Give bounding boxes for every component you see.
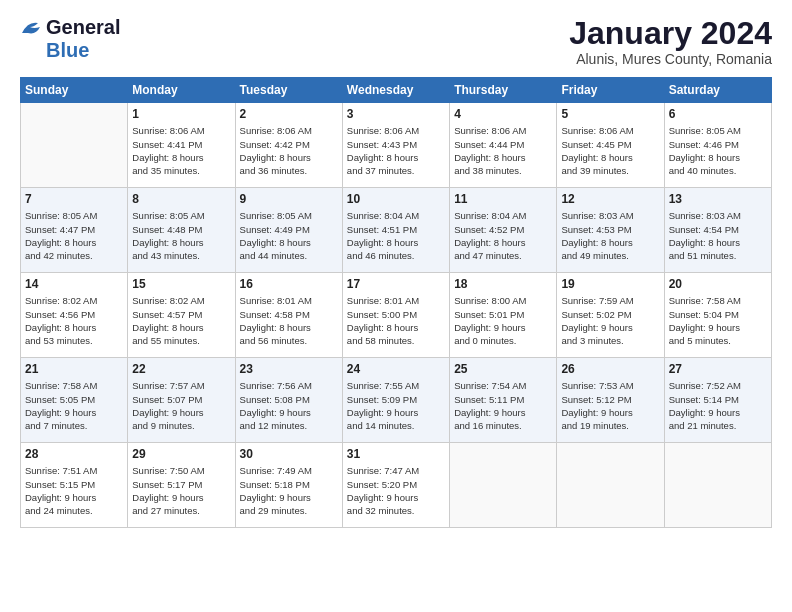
day-info: Sunrise: 8:05 AM Sunset: 4:46 PM Dayligh… [669,124,767,177]
page: General Blue January 2024 Alunis, Mures … [0,0,792,612]
day-info: Sunrise: 8:05 AM Sunset: 4:49 PM Dayligh… [240,209,338,262]
header: General Blue January 2024 Alunis, Mures … [20,16,772,67]
day-info: Sunrise: 8:03 AM Sunset: 4:53 PM Dayligh… [561,209,659,262]
col-tuesday: Tuesday [235,78,342,103]
day-info: Sunrise: 7:58 AM Sunset: 5:05 PM Dayligh… [25,379,123,432]
calendar-week-row: 1Sunrise: 8:06 AM Sunset: 4:41 PM Daylig… [21,103,772,188]
day-number: 14 [25,276,123,292]
table-row [450,443,557,528]
day-info: Sunrise: 8:06 AM Sunset: 4:45 PM Dayligh… [561,124,659,177]
subtitle: Alunis, Mures County, Romania [569,51,772,67]
col-sunday: Sunday [21,78,128,103]
calendar-week-row: 14Sunrise: 8:02 AM Sunset: 4:56 PM Dayli… [21,273,772,358]
day-info: Sunrise: 7:59 AM Sunset: 5:02 PM Dayligh… [561,294,659,347]
day-number: 8 [132,191,230,207]
month-title: January 2024 [569,16,772,51]
table-row [21,103,128,188]
table-row: 5Sunrise: 8:06 AM Sunset: 4:45 PM Daylig… [557,103,664,188]
calendar-week-row: 28Sunrise: 7:51 AM Sunset: 5:15 PM Dayli… [21,443,772,528]
table-row: 25Sunrise: 7:54 AM Sunset: 5:11 PM Dayli… [450,358,557,443]
calendar-week-row: 21Sunrise: 7:58 AM Sunset: 5:05 PM Dayli… [21,358,772,443]
logo-blue: Blue [46,39,89,62]
table-row: 20Sunrise: 7:58 AM Sunset: 5:04 PM Dayli… [664,273,771,358]
day-number: 24 [347,361,445,377]
day-number: 19 [561,276,659,292]
day-info: Sunrise: 8:00 AM Sunset: 5:01 PM Dayligh… [454,294,552,347]
calendar-table: Sunday Monday Tuesday Wednesday Thursday… [20,77,772,528]
day-number: 21 [25,361,123,377]
table-row: 16Sunrise: 8:01 AM Sunset: 4:58 PM Dayli… [235,273,342,358]
day-number: 2 [240,106,338,122]
table-row: 9Sunrise: 8:05 AM Sunset: 4:49 PM Daylig… [235,188,342,273]
table-row: 15Sunrise: 8:02 AM Sunset: 4:57 PM Dayli… [128,273,235,358]
day-number: 31 [347,446,445,462]
table-row: 31Sunrise: 7:47 AM Sunset: 5:20 PM Dayli… [342,443,449,528]
calendar-week-row: 7Sunrise: 8:05 AM Sunset: 4:47 PM Daylig… [21,188,772,273]
day-info: Sunrise: 7:56 AM Sunset: 5:08 PM Dayligh… [240,379,338,432]
day-info: Sunrise: 7:57 AM Sunset: 5:07 PM Dayligh… [132,379,230,432]
day-number: 12 [561,191,659,207]
col-saturday: Saturday [664,78,771,103]
day-info: Sunrise: 8:06 AM Sunset: 4:43 PM Dayligh… [347,124,445,177]
day-number: 15 [132,276,230,292]
day-number: 30 [240,446,338,462]
day-info: Sunrise: 8:04 AM Sunset: 4:52 PM Dayligh… [454,209,552,262]
table-row: 22Sunrise: 7:57 AM Sunset: 5:07 PM Dayli… [128,358,235,443]
day-number: 23 [240,361,338,377]
day-info: Sunrise: 8:03 AM Sunset: 4:54 PM Dayligh… [669,209,767,262]
day-number: 29 [132,446,230,462]
day-info: Sunrise: 7:54 AM Sunset: 5:11 PM Dayligh… [454,379,552,432]
table-row: 4Sunrise: 8:06 AM Sunset: 4:44 PM Daylig… [450,103,557,188]
day-info: Sunrise: 8:04 AM Sunset: 4:51 PM Dayligh… [347,209,445,262]
day-number: 13 [669,191,767,207]
table-row: 28Sunrise: 7:51 AM Sunset: 5:15 PM Dayli… [21,443,128,528]
day-info: Sunrise: 8:06 AM Sunset: 4:41 PM Dayligh… [132,124,230,177]
day-info: Sunrise: 8:02 AM Sunset: 4:57 PM Dayligh… [132,294,230,347]
table-row: 19Sunrise: 7:59 AM Sunset: 5:02 PM Dayli… [557,273,664,358]
day-info: Sunrise: 7:55 AM Sunset: 5:09 PM Dayligh… [347,379,445,432]
title-block: January 2024 Alunis, Mures County, Roman… [569,16,772,67]
day-info: Sunrise: 7:53 AM Sunset: 5:12 PM Dayligh… [561,379,659,432]
day-info: Sunrise: 8:06 AM Sunset: 4:42 PM Dayligh… [240,124,338,177]
day-number: 6 [669,106,767,122]
day-info: Sunrise: 8:05 AM Sunset: 4:48 PM Dayligh… [132,209,230,262]
day-info: Sunrise: 7:49 AM Sunset: 5:18 PM Dayligh… [240,464,338,517]
day-number: 27 [669,361,767,377]
day-info: Sunrise: 8:01 AM Sunset: 4:58 PM Dayligh… [240,294,338,347]
table-row: 1Sunrise: 8:06 AM Sunset: 4:41 PM Daylig… [128,103,235,188]
table-row: 29Sunrise: 7:50 AM Sunset: 5:17 PM Dayli… [128,443,235,528]
day-number: 26 [561,361,659,377]
table-row: 8Sunrise: 8:05 AM Sunset: 4:48 PM Daylig… [128,188,235,273]
day-number: 5 [561,106,659,122]
day-info: Sunrise: 8:01 AM Sunset: 5:00 PM Dayligh… [347,294,445,347]
col-thursday: Thursday [450,78,557,103]
table-row: 24Sunrise: 7:55 AM Sunset: 5:09 PM Dayli… [342,358,449,443]
table-row: 12Sunrise: 8:03 AM Sunset: 4:53 PM Dayli… [557,188,664,273]
logo: General Blue [20,16,120,62]
table-row: 11Sunrise: 8:04 AM Sunset: 4:52 PM Dayli… [450,188,557,273]
table-row: 18Sunrise: 8:00 AM Sunset: 5:01 PM Dayli… [450,273,557,358]
logo-bird-icon [20,19,42,37]
day-info: Sunrise: 7:58 AM Sunset: 5:04 PM Dayligh… [669,294,767,347]
col-monday: Monday [128,78,235,103]
table-row: 30Sunrise: 7:49 AM Sunset: 5:18 PM Dayli… [235,443,342,528]
table-row: 27Sunrise: 7:52 AM Sunset: 5:14 PM Dayli… [664,358,771,443]
day-number: 4 [454,106,552,122]
day-info: Sunrise: 7:52 AM Sunset: 5:14 PM Dayligh… [669,379,767,432]
table-row: 14Sunrise: 8:02 AM Sunset: 4:56 PM Dayli… [21,273,128,358]
day-number: 1 [132,106,230,122]
table-row: 7Sunrise: 8:05 AM Sunset: 4:47 PM Daylig… [21,188,128,273]
table-row: 3Sunrise: 8:06 AM Sunset: 4:43 PM Daylig… [342,103,449,188]
day-info: Sunrise: 7:50 AM Sunset: 5:17 PM Dayligh… [132,464,230,517]
day-number: 18 [454,276,552,292]
day-number: 22 [132,361,230,377]
day-number: 20 [669,276,767,292]
table-row [664,443,771,528]
day-number: 3 [347,106,445,122]
day-number: 28 [25,446,123,462]
day-number: 11 [454,191,552,207]
col-wednesday: Wednesday [342,78,449,103]
day-info: Sunrise: 8:06 AM Sunset: 4:44 PM Dayligh… [454,124,552,177]
day-number: 16 [240,276,338,292]
col-friday: Friday [557,78,664,103]
